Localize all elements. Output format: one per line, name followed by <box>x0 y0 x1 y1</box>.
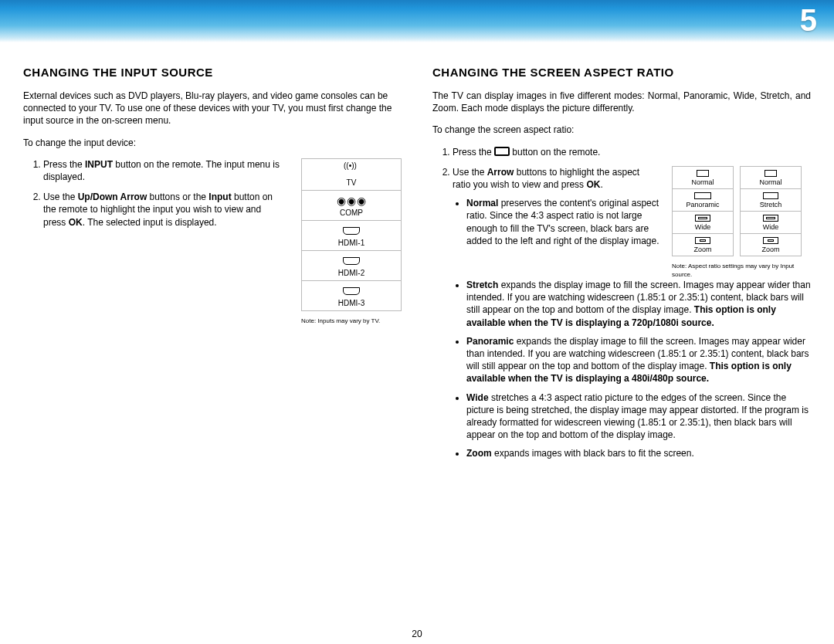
aspect-zoom-icon <box>763 237 778 244</box>
intro-aspect: The TV can display images in five differ… <box>432 90 811 114</box>
aspect-table-1: Normal Panoramic Wide Zoom <box>672 166 734 257</box>
bullet-zoom: Zoom expands images with black bars to f… <box>466 447 811 459</box>
input-menu: TV ◉◉◉ COMP HDMI-1 HDMI-2 <box>301 158 402 311</box>
hdmi-icon <box>305 286 398 297</box>
input-row-comp: ◉◉◉ COMP <box>302 191 401 221</box>
aspect-wide-icon <box>763 215 778 222</box>
input-menu-figure: TV ◉◉◉ COMP HDMI-1 HDMI-2 <box>301 158 402 325</box>
bullet-panoramic: Panoramic expands the display image to f… <box>466 335 811 385</box>
steps-aspect: Press the button on the remote. <box>432 146 811 158</box>
heading-input-source: CHANGING THE INPUT SOURCE <box>23 66 402 79</box>
aspect-stretch-icon <box>763 192 778 199</box>
page-columns: CHANGING THE INPUT SOURCE External devic… <box>0 42 834 466</box>
page-header: 5 <box>0 0 834 42</box>
aspect-wide-icon <box>695 215 710 222</box>
step-a1: Press the button on the remote. <box>453 146 811 158</box>
antenna-icon <box>305 164 398 176</box>
aspect-table-2: Normal Stretch Wide Zoom <box>740 166 802 257</box>
step-1: Press the INPUT button on the remote. Th… <box>43 158 286 183</box>
aspect-normal-icon <box>697 170 709 177</box>
input-row-tv: TV <box>302 159 401 191</box>
hdmi-icon <box>305 256 398 266</box>
step-2: Use the Up/Down Arrow buttons or the Inp… <box>43 191 286 229</box>
aspect-tables-figure: Normal Panoramic Wide Zoom Normal Stretc… <box>672 166 811 279</box>
input-row-hdmi1: HDMI-1 <box>302 221 401 251</box>
steps-input-source: Press the INPUT button on the remote. Th… <box>23 158 286 229</box>
bullet-normal: Normal preserves the content's original … <box>466 197 659 247</box>
col-aspect-ratio: CHANGING THE SCREEN ASPECT RATIO The TV … <box>432 66 811 466</box>
chapter-number: 5 <box>800 3 817 38</box>
wide-button-icon <box>494 147 510 156</box>
heading-aspect: CHANGING THE SCREEN ASPECT RATIO <box>432 66 811 79</box>
input-row-hdmi3: HDMI-3 <box>302 281 401 310</box>
bullet-stretch: Stretch expands the display image to fil… <box>466 279 811 329</box>
input-menu-note: Note: Inputs may vary by TV. <box>301 317 402 325</box>
hdmi-icon <box>305 225 398 236</box>
steps-aspect-cont: Use the Arrow buttons to highlight the a… <box>432 166 659 247</box>
aspect-bullets-rest: Stretch expands the display image to fil… <box>432 279 811 459</box>
page-number: 20 <box>0 629 834 639</box>
aspect-normal-icon <box>764 170 777 177</box>
aspect-zoom-icon <box>695 237 710 244</box>
input-row-hdmi2: HDMI-2 <box>302 251 401 281</box>
step-a2: Use the Arrow buttons to highlight the a… <box>453 166 659 247</box>
lead-input-source: To change the input device: <box>23 137 402 149</box>
bullet-wide: Wide stretches a 4:3 aspect ratio pictur… <box>466 391 811 442</box>
component-icon: ◉◉◉ <box>305 195 398 206</box>
aspect-note: Note: Aspect ratio settings may vary by … <box>672 263 811 279</box>
col-input-source: CHANGING THE INPUT SOURCE External devic… <box>23 66 402 466</box>
aspect-panoramic-icon <box>694 192 711 199</box>
intro-input-source: External devices such as DVD players, Bl… <box>23 90 402 127</box>
lead-aspect: To change the screen aspect ratio: <box>432 124 811 136</box>
